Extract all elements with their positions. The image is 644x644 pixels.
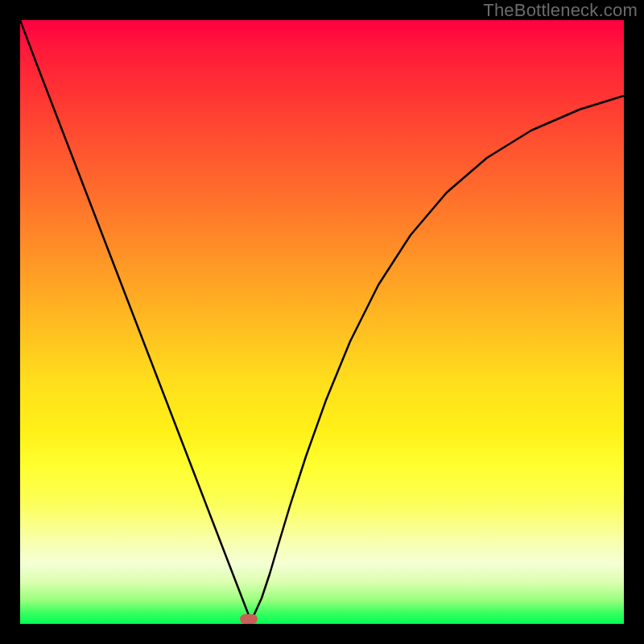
bottleneck-curve	[20, 20, 624, 624]
watermark-text: TheBottleneck.com	[483, 0, 638, 21]
plot-area	[20, 20, 624, 624]
chart-frame: TheBottleneck.com	[0, 0, 644, 644]
optimal-point-marker	[240, 614, 258, 624]
